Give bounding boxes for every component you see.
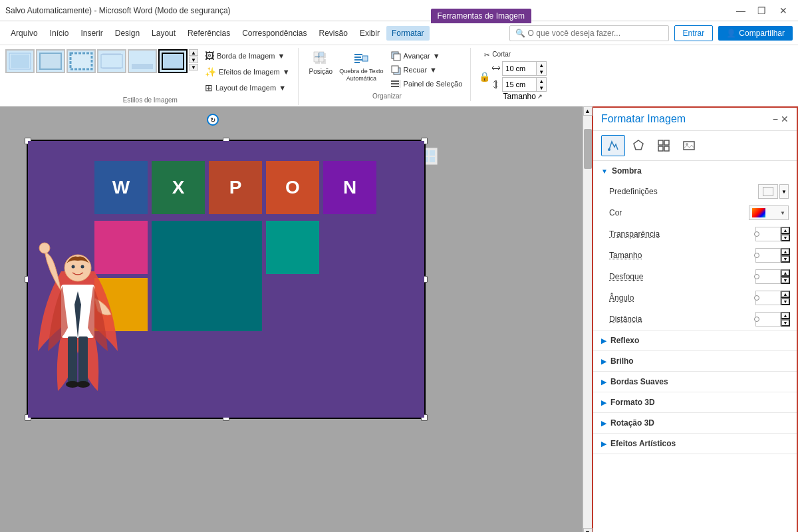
efeitos-artisticos-header[interactable]: ▶ Efeitos Artísticos [593,434,797,454]
transparencia-spinner[interactable]: ▲ ▼ [755,227,789,241]
compartilhar-button[interactable]: 👤 Compartilhar [718,26,793,41]
transparencia-control: ▲ ▼ [754,227,789,241]
tamanho-handle[interactable] [754,253,759,258]
bordas-suaves-header[interactable]: ▶ Bordas Suaves [593,372,797,392]
menu-arquivo[interactable]: Arquivo [5,26,43,41]
styles-scroll-down[interactable]: ▼ [189,57,198,63]
styles-scroll-more[interactable]: ▼ [189,64,198,70]
transparencia-value[interactable] [756,227,780,241]
menu-formatar[interactable]: Formatar [386,26,430,41]
transparencia-handle[interactable] [754,231,759,237]
tiles-row1: W X P O N [94,161,376,214]
style-2[interactable] [36,49,65,73]
close-button[interactable]: ✕ [774,1,793,20]
tamanho-value[interactable] [756,249,780,262]
angulo-spinner[interactable]: ▲ ▼ [755,291,789,305]
distancia-handle[interactable] [754,317,759,322]
desfoque-down[interactable]: ▼ [781,277,790,284]
style-5[interactable] [128,49,157,73]
desfoque-value[interactable] [756,270,780,283]
menu-layout[interactable]: Layout [146,26,181,41]
largura-input[interactable] [503,62,536,75]
distancia-down[interactable]: ▼ [781,319,790,327]
desfoque-handle[interactable] [754,274,759,279]
largura-up[interactable]: ▲ [537,62,546,68]
svg-rect-23 [394,54,400,61]
largura-down[interactable]: ▼ [537,68,546,75]
entrar-button[interactable]: Entrar [674,25,714,41]
angulo-value[interactable] [756,291,780,305]
recuar-arrow: ▼ [430,66,437,74]
scroll-thumb[interactable] [584,129,592,169]
recuar-btn[interactable]: Recuar ▼ [388,63,466,76]
largura-input-group[interactable]: ▲ ▼ [502,61,547,76]
tamanho-spinner[interactable]: ▲ ▼ [755,248,789,263]
sombra-header[interactable]: ▼ Sombra [593,161,797,181]
main-area: ↻ W X P O N [0,106,798,532]
formato-3d-header[interactable]: ▶ Formato 3D [593,392,797,412]
minimize-button[interactable]: — [732,1,750,20]
transparencia-up[interactable]: ▲ [781,227,790,234]
cortar-btn[interactable]: ✂ Cortar [479,49,547,60]
altura-down[interactable]: ▼ [537,84,546,91]
transparencia-down[interactable]: ▼ [781,234,790,241]
rotation-handle[interactable]: ↻ [206,113,219,126]
altura-up[interactable]: ▲ [537,78,546,84]
tab-shape[interactable] [626,135,650,156]
altura-input-group[interactable]: ▲ ▼ [502,77,547,92]
style-6-selected[interactable] [158,49,188,73]
menu-inserir[interactable]: Inserir [75,26,108,41]
style-4[interactable] [97,49,126,73]
restore-button[interactable]: ❐ [753,1,771,20]
predefinicoes-picker[interactable] [758,184,778,199]
posicao-btn[interactable]: Posição [307,49,336,77]
svg-rect-7 [132,64,153,69]
borda-imagem-btn[interactable]: 🖼 Borda de Imagem ▼ [202,49,293,63]
menu-revisao[interactable]: Revisão [314,26,353,41]
reflexo-header[interactable]: ▶ Reflexo [593,331,797,350]
menu-design[interactable]: Design [110,26,145,41]
brilho-header[interactable]: ▶ Brilho [593,351,797,371]
tamanho-expand[interactable]: ↗ [537,93,543,100]
altura-input[interactable] [503,78,536,91]
desfoque-spinner[interactable]: ▲ ▼ [755,269,789,284]
cor-picker[interactable]: ▼ [749,205,789,220]
style-1[interactable] [5,49,35,73]
tab-effects[interactable] [601,135,625,156]
tab-picture[interactable] [677,135,701,156]
distancia-spinner[interactable]: ▲ ▼ [755,312,789,327]
desfoque-up[interactable]: ▲ [781,269,790,277]
angulo-up[interactable]: ▲ [781,291,790,298]
tab-layout[interactable] [652,135,676,156]
search-bar[interactable]: 🔍 [509,25,669,41]
menu-correspondencias[interactable]: Correspondências [237,26,312,41]
menu-inicio[interactable]: Início [45,26,74,41]
quebra-texto-btn[interactable]: Quebra de TextoAutomática [336,49,386,84]
distancia-up[interactable]: ▲ [781,312,790,319]
painel-selecao-btn[interactable]: Painel de Seleção [388,77,466,90]
style-3[interactable] [66,49,96,73]
scroll-down[interactable]: ▼ [583,528,593,532]
panel-pin-button[interactable]: − [773,114,778,124]
tamanho-down[interactable]: ▼ [781,255,790,263]
layout-imagem-btn[interactable]: ⊞ Layout de Imagem ▼ [202,81,293,94]
organizar-label: Organizar [304,92,471,100]
angulo-handle[interactable] [754,295,759,301]
desfoque-control: ▲ ▼ [754,269,789,284]
angulo-down[interactable]: ▼ [781,298,790,305]
efeitos-imagem-btn[interactable]: ✨ Efeitos de Imagem ▼ [202,65,293,78]
svg-rect-29 [400,80,400,88]
styles-scroll-up[interactable]: ▲ [189,49,198,56]
svg-point-45 [76,381,90,388]
avancar-btn[interactable]: Avançar ▼ [388,49,466,63]
predefinicoes-dropdown[interactable]: ▼ [779,184,789,199]
scroll-up[interactable]: ▲ [583,106,593,116]
rotacao-3d-header[interactable]: ▶ Rotação 3D [593,413,797,433]
menu-referencias[interactable]: Referências [182,26,235,41]
distancia-value[interactable] [756,313,780,326]
desfoque-spin-btns: ▲ ▼ [780,269,790,284]
menu-exibir[interactable]: Exibir [354,26,385,41]
panel-close-button[interactable]: ✕ [781,114,789,124]
search-input[interactable] [528,29,663,38]
tamanho-up[interactable]: ▲ [781,248,790,255]
